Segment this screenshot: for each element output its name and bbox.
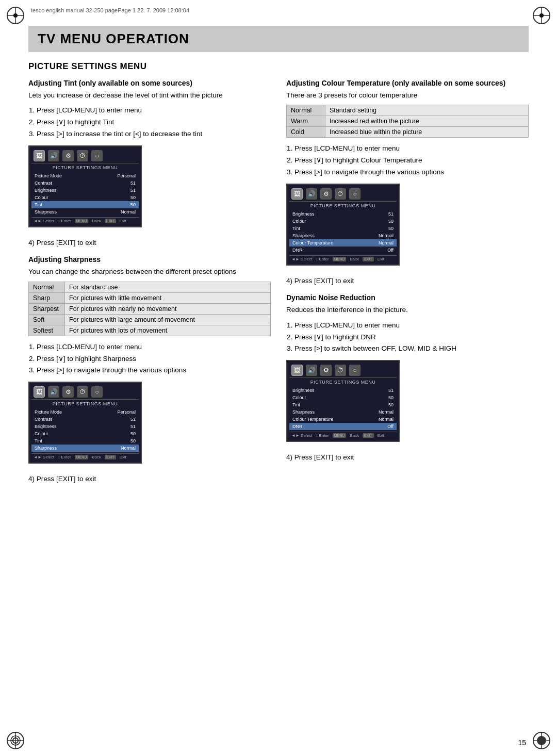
dnr-step-1: Press [LCD-MENU] to enter menu [294, 320, 529, 332]
sharpness-step-2: Press [∨] to highlight Sharpness [37, 353, 271, 365]
sharpness-desc-sharp: For pictures with little movement [65, 292, 271, 303]
tv-menu-2-row-1: Colour50 [289, 218, 397, 225]
tv-menu-3-wrap: 🖼 🔊 ⚙ ⏱ ○ PICTURE SETTINGS MENU Picture … [28, 382, 271, 469]
tv-menu-1-row-5: SharpnessNormal [31, 208, 139, 216]
sharpness-heading: Adjusting Sharpness [28, 255, 271, 264]
tv-menu-1-icons: 🖼 🔊 ⚙ ⏱ ○ [31, 149, 139, 163]
sharpness-label-softest: Softest [29, 325, 65, 336]
colour-temp-step-3: Press [>] to navigate through the variou… [294, 167, 529, 178]
tv-menu-4-wrap: 🖼 🔊 ⚙ ⏱ ○ PICTURE SETTINGS MENU Brightne… [286, 360, 529, 447]
sharpness-row-soft: Soft For pictures with large amount of m… [29, 314, 271, 325]
colour-temp-row-cold: Cold Increased blue within the picture [287, 127, 529, 138]
tv-icon-4-picture: 🖼 [291, 365, 303, 376]
tv-menu-4-row-5-highlighted: DNROff [289, 423, 397, 430]
tv-icon-3-misc: ○ [91, 386, 103, 398]
tv-menu-4-row-0: Brightness51 [289, 387, 397, 394]
colour-temp-desc-cold: Increased blue within the picture [325, 127, 529, 138]
tv-menu-2-row-3: SharpnessNormal [289, 232, 397, 239]
tv-menu-2-row-0: Brightness51 [289, 210, 397, 218]
colour-temp-desc-warm: Increased red within the picture [325, 116, 529, 127]
sharpness-step-1: Press [LCD-MENU] to enter menu [37, 341, 271, 353]
sharpness-desc-soft: For pictures with large amount of moveme… [65, 314, 271, 325]
sharpness-label-sharpest: Sharpest [29, 303, 65, 314]
tv-menu-2-row-2: Tint50 [289, 225, 397, 232]
tv-icon-2-sound: 🔊 [306, 188, 317, 200]
dnr-step-3: Press [>] to switch between OFF, LOW, MI… [294, 343, 529, 355]
sharpness-para: You can change the sharpness between the… [28, 267, 271, 277]
tv-menu-1-footer: ◄► Select↕ EnterMENUBackEXITExit [31, 217, 139, 224]
sharpness-step-3: Press [>] to navigate through the variou… [37, 365, 271, 376]
sharpness-label-soft: Soft [29, 314, 65, 325]
sharpness-row-sharpest: Sharpest For pictures with nearly no mov… [29, 303, 271, 314]
tv-menu-4-title: PICTURE SETTINGS MENU [289, 380, 397, 385]
tv-icon-settings: ⚙ [62, 150, 74, 161]
section-heading-block: PICTURE SETTINGS MENU [28, 61, 529, 72]
sharpness-row-normal: Normal For standard use [29, 282, 271, 292]
colour-temp-row-warm: Warm Increased red within the picture [287, 116, 529, 127]
right-column: Adjusting Colour Temperature (only avail… [286, 79, 529, 492]
colour-temp-step-2: Press [∨] to highlight Colour Temperatur… [294, 155, 529, 167]
tv-menu-1-row-1: Contrast51 [31, 179, 139, 187]
tint-steps: Press [LCD-MENU] to enter menu Press [∨]… [37, 105, 271, 140]
tv-menu-1-row-4-highlighted: Tint50 [31, 201, 139, 208]
sharpness-row-sharp: Sharp For pictures with little movement [29, 292, 271, 303]
tv-menu-3-row-5-highlighted: SharpnessNormal [31, 445, 139, 452]
colour-temp-label-normal: Normal [287, 105, 325, 116]
tint-exit: 4) Press [EXIT] to exit [28, 238, 271, 248]
sharpness-label-normal: Normal [29, 282, 65, 292]
tv-menu-4-row-2: Tint50 [289, 401, 397, 408]
tv-menu-4-footer: ◄► Select↕ EnterMENUBackEXITExit [289, 432, 397, 439]
tv-menu-3-footer: ◄► Select↕ EnterMENUBackEXITExit [31, 453, 139, 461]
tv-menu-3-title: PICTURE SETTINGS MENU [31, 401, 139, 406]
page-title: TV MENU OPERATION [38, 31, 519, 47]
tv-menu-2-footer: ◄► Select↕ EnterMENUBackEXITExit [289, 255, 397, 262]
sharpness-desc-sharpest: For pictures with nearly no movement [65, 303, 271, 314]
tv-menu-3-row-4: Tint50 [31, 437, 139, 445]
tv-menu-2-row-5: DNROff [289, 246, 397, 254]
page-number-text: 15 [518, 738, 526, 747]
tint-section: Adjusting Tint (only available on some s… [28, 79, 271, 248]
page-header: tesco english manual 32-250 pagePage 1 2… [31, 7, 189, 13]
tv-icon-3-picture: 🖼 [34, 386, 45, 398]
main-content: TV MENU OPERATION PICTURE SETTINGS MENU … [28, 26, 529, 730]
left-column: Adjusting Tint (only available on some s… [28, 79, 271, 492]
tv-icon-2-misc: ○ [349, 188, 361, 200]
colour-temp-para: There are 3 presets for colour temperatu… [286, 90, 529, 101]
sharpness-steps: Press [LCD-MENU] to enter menu Press [∨]… [37, 341, 271, 377]
tv-menu-4-icons: 🖼 🔊 ⚙ ⏱ ○ [289, 363, 397, 378]
tv-menu-1: 🖼 🔊 ⚙ ⏱ ○ PICTURE SETTINGS MENU Picture … [28, 145, 142, 227]
tv-menu-4-row-3: SharpnessNormal [289, 408, 397, 416]
corner-mark-tr [531, 5, 552, 26]
colour-temp-table: Normal Standard setting Warm Increased r… [286, 105, 529, 138]
sharpness-label-sharp: Sharp [29, 292, 65, 303]
tv-menu-3: 🖼 🔊 ⚙ ⏱ ○ PICTURE SETTINGS MENU Picture … [28, 382, 142, 464]
tv-icon-2-time: ⏱ [335, 188, 346, 200]
header-text: tesco english manual 32-250 pagePage 1 2… [31, 7, 189, 13]
tv-menu-3-row-0: Picture ModePersonal [31, 408, 139, 416]
sharpness-table: Normal For standard use Sharp For pictur… [28, 282, 271, 336]
dnr-exit: 4) Press [EXIT] to exit [286, 452, 529, 463]
tv-menu-3-row-1: Contrast51 [31, 416, 139, 423]
tv-menu-1-row-2: Brightness51 [31, 187, 139, 194]
two-col-layout: Adjusting Tint (only available on some s… [28, 79, 529, 492]
tv-menu-2: 🖼 🔊 ⚙ ⏱ ○ PICTURE SETTINGS MENU Brightne… [286, 184, 400, 266]
sharpness-desc-softest: For pictures with lots of movement [65, 325, 271, 336]
tv-menu-3-row-2: Brightness51 [31, 423, 139, 430]
svg-point-3 [13, 13, 18, 18]
dnr-heading: Dynamic Noise Reduction [286, 293, 529, 302]
tv-menu-2-title: PICTURE SETTINGS MENU [289, 203, 397, 208]
tint-step-1: Press [LCD-MENU] to enter menu [37, 105, 271, 117]
tv-icon-time: ⏱ [77, 150, 88, 161]
tv-menu-1-row-0: Picture ModePersonal [31, 172, 139, 179]
dnr-section: Dynamic Noise Reduction Reduces the inte… [286, 293, 529, 463]
svg-point-7 [539, 13, 544, 18]
tv-icon-4-sound: 🔊 [306, 365, 317, 376]
tv-icon-2-picture: 🖼 [291, 188, 303, 200]
colour-temp-step-1: Press [LCD-MENU] to enter menu [294, 143, 529, 155]
colour-temp-label-cold: Cold [287, 127, 325, 138]
tv-menu-2-row-4-highlighted: Colour TemperatureNormal [289, 239, 397, 246]
tv-icon-3-sound: 🔊 [48, 386, 59, 398]
tv-icon-3-settings: ⚙ [62, 386, 74, 398]
tv-menu-3-icons: 🖼 🔊 ⚙ ⏱ ○ [31, 385, 139, 400]
colour-temp-desc-normal: Standard setting [325, 105, 529, 116]
